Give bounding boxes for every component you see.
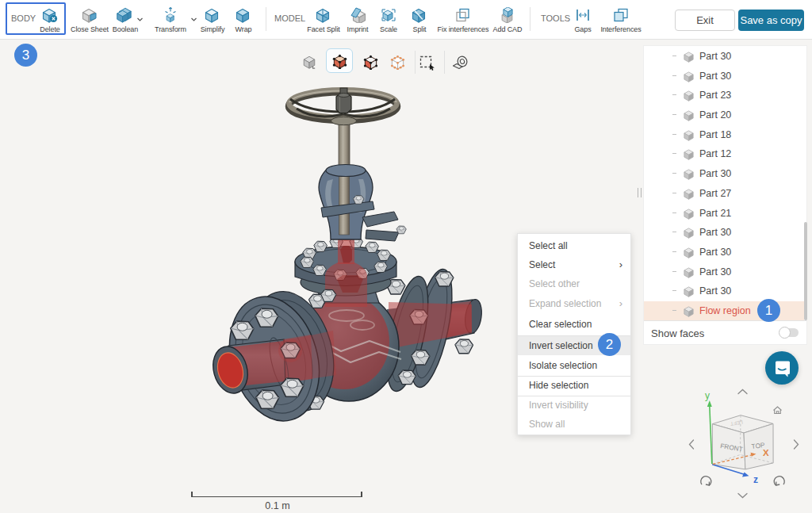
svg-text:y: y: [705, 390, 710, 401]
svg-text:z: z: [753, 474, 758, 485]
svg-text:X: X: [763, 448, 769, 457]
